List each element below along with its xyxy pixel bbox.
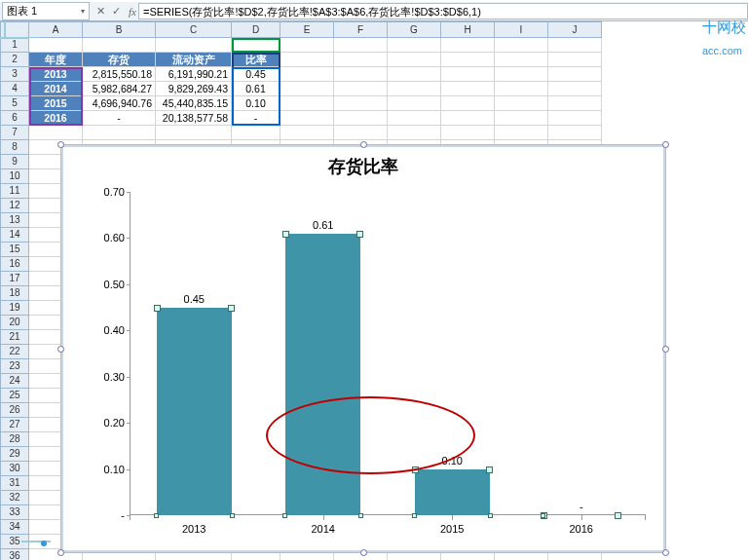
row-header-31[interactable]: 31 <box>0 476 29 491</box>
cell-C6[interactable]: 20,138,577.58 <box>156 111 232 126</box>
row-header-13[interactable]: 13 <box>0 213 29 228</box>
row-header-11[interactable]: 11 <box>0 184 29 199</box>
cell-I1[interactable] <box>495 38 548 53</box>
cell-B4[interactable]: 5,982,684.27 <box>83 82 156 96</box>
cell-A7[interactable] <box>29 126 83 140</box>
col-header-J[interactable]: J <box>548 21 602 38</box>
row-header-14[interactable]: 14 <box>0 228 29 243</box>
row-header-18[interactable]: 18 <box>0 286 29 301</box>
row-header-15[interactable]: 15 <box>0 243 29 257</box>
cell-C4[interactable]: 9,829,269.43 <box>156 82 232 96</box>
cell-B6[interactable]: - <box>83 111 156 126</box>
cell-D7[interactable] <box>232 126 280 140</box>
cell-G6[interactable] <box>388 111 441 126</box>
formula-accept-icon[interactable]: ✓ <box>109 5 123 18</box>
cell-I5[interactable] <box>495 96 548 111</box>
cell-E2[interactable] <box>280 53 334 67</box>
cell-I2[interactable] <box>495 53 548 67</box>
annotation-ellipse[interactable] <box>266 396 475 474</box>
row-header-30[interactable]: 30 <box>0 462 29 476</box>
cell-H4[interactable] <box>441 82 495 96</box>
row-header-6[interactable]: 6 <box>0 111 29 126</box>
cell-J1[interactable] <box>548 38 602 53</box>
row-header-8[interactable]: 8 <box>0 140 29 155</box>
row-header-33[interactable]: 33 <box>0 505 29 520</box>
cell-H5[interactable] <box>441 96 495 111</box>
cell-A5[interactable]: 2015 <box>29 96 83 111</box>
col-header-G[interactable]: G <box>388 21 441 38</box>
select-all-corner[interactable] <box>0 21 29 38</box>
row-header-25[interactable]: 25 <box>0 389 29 403</box>
cell-B2[interactable]: 存货 <box>83 53 156 67</box>
cell-B5[interactable]: 4,696,940.76 <box>83 96 156 111</box>
cell-F6[interactable] <box>334 111 388 126</box>
col-header-I[interactable]: I <box>495 21 548 38</box>
cell-B1[interactable] <box>83 38 156 53</box>
row-header-1[interactable]: 1 <box>0 38 29 53</box>
formula-cancel-icon[interactable]: ✕ <box>94 5 107 18</box>
cell-E7[interactable] <box>280 126 334 140</box>
cell-G3[interactable] <box>388 67 441 82</box>
cell-I6[interactable] <box>495 111 548 126</box>
row-header-32[interactable]: 32 <box>0 491 29 505</box>
cell-J3[interactable] <box>548 67 602 82</box>
row-header-12[interactable]: 12 <box>0 199 29 213</box>
row-header-21[interactable]: 21 <box>0 330 29 345</box>
cell-H2[interactable] <box>441 53 495 67</box>
row-header-20[interactable]: 20 <box>0 316 29 330</box>
cell-A4[interactable]: 2014 <box>29 82 83 96</box>
row-header-35[interactable]: 35 <box>0 535 29 549</box>
cell-J5[interactable] <box>548 96 602 111</box>
row-header-34[interactable]: 34 <box>0 520 29 535</box>
row-header-17[interactable]: 17 <box>0 272 29 286</box>
col-header-C[interactable]: C <box>156 21 232 38</box>
cell-H7[interactable] <box>441 126 495 140</box>
cell-J2[interactable] <box>548 53 602 67</box>
cell-I7[interactable] <box>495 126 548 140</box>
col-header-A[interactable]: A <box>29 21 83 38</box>
row-header-26[interactable]: 26 <box>0 403 29 418</box>
cell-G2[interactable] <box>388 53 441 67</box>
cell-C1[interactable] <box>156 38 232 53</box>
cell-B7[interactable] <box>83 126 156 140</box>
cell-F3[interactable] <box>334 67 388 82</box>
cell-G7[interactable] <box>388 126 441 140</box>
cell-C7[interactable] <box>156 126 232 140</box>
cell-I4[interactable] <box>495 82 548 96</box>
cell-D6[interactable]: - <box>232 111 280 126</box>
row-header-36[interactable]: 36 <box>0 549 29 560</box>
cell-F7[interactable] <box>334 126 388 140</box>
cell-D4[interactable]: 0.61 <box>232 82 280 96</box>
fx-label[interactable]: fx <box>127 6 138 18</box>
row-header-19[interactable]: 19 <box>0 301 29 316</box>
cell-A3[interactable]: 2013 <box>29 67 83 82</box>
cell-E4[interactable] <box>280 82 334 96</box>
col-header-B[interactable]: B <box>83 21 156 38</box>
row-header-29[interactable]: 29 <box>0 447 29 462</box>
row-header-22[interactable]: 22 <box>0 345 29 359</box>
name-box[interactable]: 图表 1 <box>2 2 90 20</box>
cell-C5[interactable]: 45,440,835.15 <box>156 96 232 111</box>
chart-object[interactable]: 存货比率 -0.100.200.300.400.500.600.70 0.452… <box>60 144 666 553</box>
cell-H6[interactable] <box>441 111 495 126</box>
bar-2013[interactable]: 0.45 <box>157 308 232 515</box>
bar-2015[interactable]: 0.10 <box>415 469 490 515</box>
row-header-24[interactable]: 24 <box>0 374 29 389</box>
cell-F4[interactable] <box>334 82 388 96</box>
cell-D3[interactable]: 0.45 <box>232 67 280 82</box>
row-header-28[interactable]: 28 <box>0 432 29 447</box>
formula-input[interactable]: =SERIES(存货比率!$D$2,存货比率!$A$3:$A$6,存货比率!$D… <box>138 3 748 19</box>
cell-A2[interactable]: 年度 <box>29 53 83 67</box>
cell-H3[interactable] <box>441 67 495 82</box>
cell-D1[interactable] <box>232 38 280 53</box>
cell-A6[interactable]: 2016 <box>29 111 83 126</box>
col-header-E[interactable]: E <box>280 21 334 38</box>
row-header-5[interactable]: 5 <box>0 96 29 111</box>
row-header-10[interactable]: 10 <box>0 169 29 184</box>
cell-J7[interactable] <box>548 126 602 140</box>
cell-D2[interactable]: 比率 <box>232 53 280 67</box>
cell-J6[interactable] <box>548 111 602 126</box>
cell-E3[interactable] <box>280 67 334 82</box>
row-header-4[interactable]: 4 <box>0 82 29 96</box>
cell-B3[interactable]: 2,815,550.18 <box>83 67 156 82</box>
